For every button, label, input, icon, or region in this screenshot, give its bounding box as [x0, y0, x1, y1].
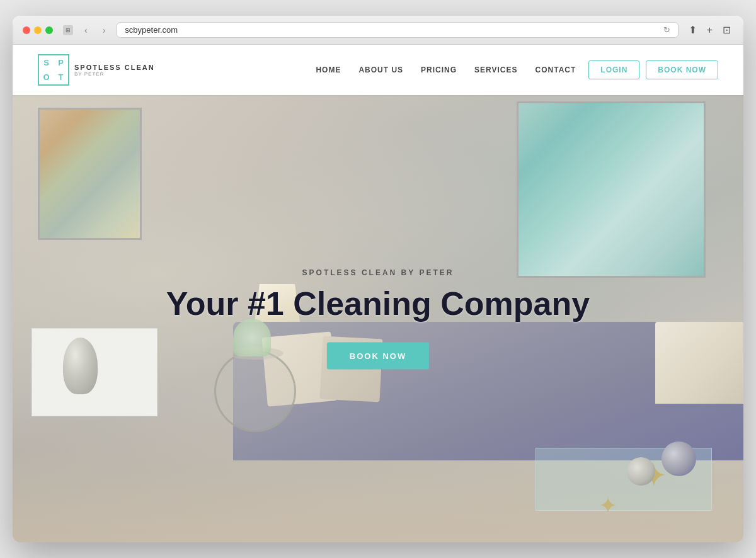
logo-letter-p: P: [54, 55, 68, 70]
browser-actions: ⬆ + ⊡: [686, 23, 733, 37]
logo-letter-o: O: [39, 70, 54, 84]
logo-main-text: SPOTLESS CLEAN: [74, 64, 155, 71]
nav-pricing[interactable]: PRICING: [421, 65, 457, 74]
back-button[interactable]: ‹: [81, 24, 91, 37]
throw-blanket: [655, 322, 743, 404]
deco-ball-1: [662, 441, 696, 476]
vase-decoration: [63, 338, 98, 394]
window-controls: ⊞: [63, 25, 73, 35]
login-button[interactable]: LOGIN: [588, 60, 639, 79]
new-tab-icon[interactable]: +: [704, 23, 715, 37]
logo-icon: S P O T: [38, 54, 69, 86]
nav-links: HOME ABOUT US PRICING SERVICES CONTACT: [316, 65, 576, 74]
browser-dots: [23, 26, 53, 34]
nav-about[interactable]: ABOUT US: [358, 65, 403, 74]
refresh-icon[interactable]: ↻: [663, 25, 670, 35]
artwork-right: [517, 101, 706, 278]
logo-letter-s: S: [39, 55, 54, 70]
nav-services[interactable]: SERVICES: [474, 65, 517, 74]
nav-contact[interactable]: CONTACT: [536, 65, 576, 74]
hero-title: Your #1 Cleaning Company: [166, 285, 590, 322]
tabs-icon[interactable]: ⊡: [720, 23, 733, 37]
maximize-dot[interactable]: [45, 26, 53, 34]
hero-section: ✦ ✦ SPOTLESS CLEAN BY PETER Your #1 Clea…: [13, 95, 743, 542]
minimize-dot[interactable]: [34, 26, 42, 34]
logo-sub-text: BY PETER: [74, 71, 155, 77]
hero-content: SPOTLESS CLEAN BY PETER Your #1 Cleaning…: [166, 268, 590, 370]
hero-book-now-button[interactable]: BOOK NOW: [327, 343, 429, 370]
share-icon[interactable]: ⬆: [686, 23, 699, 37]
deco-ball-2: [627, 457, 655, 486]
star-decoration-small: ✦: [598, 494, 617, 517]
browser-toolbar: ⊞ ‹ › scbypeter.com ↻ ⬆ + ⊡: [13, 16, 743, 45]
nav-home[interactable]: HOME: [316, 65, 341, 74]
forward-button[interactable]: ›: [99, 24, 110, 37]
grid-icon: ⊞: [63, 25, 73, 35]
logo[interactable]: S P O T SPOTLESS CLEAN BY PETER: [38, 54, 155, 86]
navbar: S P O T SPOTLESS CLEAN BY PETER HOME ABO…: [13, 45, 743, 95]
close-dot[interactable]: [23, 26, 30, 34]
artwork-left: [38, 108, 142, 240]
url-text: scbypeter.com: [125, 25, 178, 35]
nav-buttons: LOGIN BOOK NOW: [588, 60, 718, 79]
hero-subtitle: SPOTLESS CLEAN BY PETER: [166, 268, 590, 277]
website: S P O T SPOTLESS CLEAN BY PETER HOME ABO…: [13, 45, 743, 542]
address-bar[interactable]: scbypeter.com ↻: [117, 22, 678, 38]
logo-text: SPOTLESS CLEAN BY PETER: [74, 64, 155, 77]
book-now-button-nav[interactable]: BOOK NOW: [646, 60, 718, 79]
logo-letter-t: T: [54, 70, 68, 84]
browser-window: ⊞ ‹ › scbypeter.com ↻ ⬆ + ⊡ S P O T: [13, 16, 743, 542]
